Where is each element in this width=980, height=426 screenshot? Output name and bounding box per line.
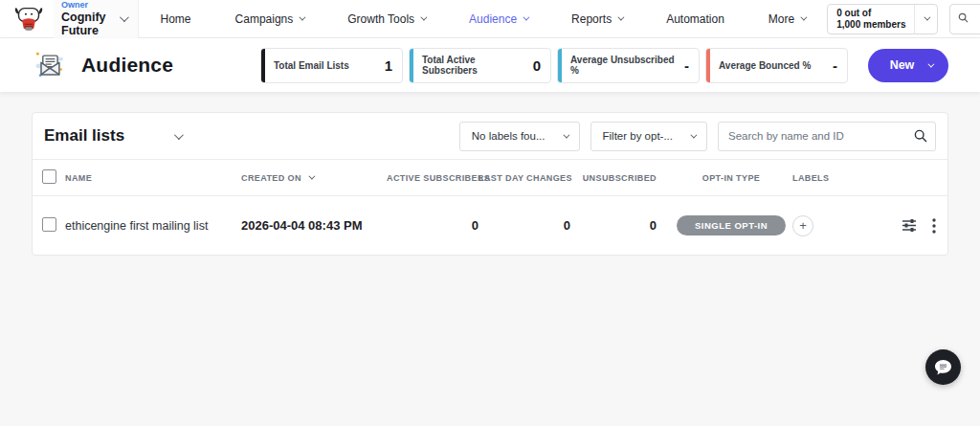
stat-average-unsubscribed: Average Unsubscribed % -: [557, 48, 700, 83]
stat-label: Average Bounced %: [710, 60, 833, 71]
page-header: Audience Total Email Lists 1 Total Activ…: [0, 38, 980, 92]
column-header-labels: LABELS: [792, 173, 852, 183]
nav-label: Automation: [666, 12, 724, 26]
row-actions: [852, 216, 938, 235]
row-settings-button[interactable]: [900, 216, 919, 235]
section-title: Email lists: [44, 126, 124, 146]
chevron-down-icon: [174, 130, 184, 140]
active-subscribers-cell: 0: [387, 218, 479, 233]
chevron-down-icon: [618, 14, 625, 21]
chevron-down-icon: [563, 131, 569, 138]
row-menu-button[interactable]: [930, 216, 938, 235]
nav-item-reports[interactable]: Reports: [549, 0, 644, 38]
account-switcher[interactable]: Owner Cognify Future: [54, 0, 139, 38]
nav-item-growth-tools[interactable]: Growth Tools: [325, 0, 447, 38]
stat-total-active-subscribers: Total Active Subscribers 0: [409, 48, 551, 83]
single-opt-in-badge: SINGLE OPT-IN: [677, 215, 786, 235]
labels-cell: +: [792, 215, 852, 236]
nav-label: Home: [161, 12, 191, 26]
optin-filter-value: Filter by opt-...: [603, 130, 674, 142]
chevron-down-icon: [300, 14, 306, 21]
nav-item-campaigns[interactable]: Campaigns: [213, 0, 326, 38]
stats-cards: Total Email Lists 1 Total Active Subscri…: [260, 48, 848, 83]
main-nav: Home Campaigns Growth Tools Audience Rep…: [139, 0, 828, 38]
column-header-active-subscribers: ACTIVE SUBSCRIBERS: [387, 173, 479, 183]
nav-item-automation[interactable]: Automation: [644, 0, 746, 38]
list-search-input[interactable]: [718, 122, 936, 151]
column-header-opt-in-type: OPT-IN TYPE: [670, 173, 792, 183]
audience-envelope-icon: [33, 50, 67, 80]
email-lists-toolbar: Email lists No labels fou... Filter by o…: [33, 113, 947, 159]
topbar-right-cluster: 0 out of 1,000 members All ?: [827, 4, 980, 34]
nav-item-home[interactable]: Home: [139, 0, 213, 38]
stat-label: Total Email Lists: [265, 60, 385, 71]
nav-label: More: [768, 12, 794, 26]
usage-line-2: 1,000 members: [836, 19, 905, 32]
new-button-label: New: [890, 58, 915, 72]
chevron-down-icon: [523, 14, 529, 21]
account-role-label: Owner: [61, 0, 106, 10]
sliders-icon: [902, 218, 917, 233]
opt-in-type-cell: SINGLE OPT-IN: [670, 215, 792, 235]
column-header-name: NAME: [65, 173, 241, 183]
chat-bubble-icon: [934, 359, 952, 376]
page-title-block: Audience: [33, 50, 260, 80]
stat-total-email-lists: Total Email Lists 1: [260, 48, 403, 83]
global-search-input[interactable]: [974, 13, 980, 25]
stat-value: 1: [385, 57, 402, 74]
table-row: ethicengine first mailing list 2026-04-0…: [33, 196, 947, 255]
email-lists-title-dropdown[interactable]: Email lists: [44, 126, 181, 146]
optin-filter-dropdown[interactable]: Filter by opt-...: [590, 122, 708, 151]
row-checkbox[interactable]: [42, 217, 56, 232]
last-day-changes-cell: 0: [479, 218, 570, 233]
nav-label: Growth Tools: [347, 12, 414, 26]
chevron-down-icon: [914, 5, 937, 34]
list-name-link[interactable]: ethicengine first mailing list: [65, 219, 241, 233]
column-header-last-day-changes: LAST DAY CHANGES: [479, 173, 570, 183]
column-header-created-on[interactable]: CREATED ON: [241, 173, 387, 183]
top-navbar: Owner Cognify Future Home Campaigns Grow…: [0, 0, 980, 38]
chevron-down-icon: [119, 12, 128, 22]
nav-item-audience[interactable]: Audience: [447, 0, 549, 38]
chevron-down-icon: [801, 14, 808, 21]
nav-label: Campaigns: [235, 12, 294, 26]
stat-value: 0: [533, 57, 550, 74]
stat-label: Total Active Subscribers: [413, 55, 533, 76]
chat-widget-button[interactable]: [925, 349, 961, 385]
chevron-down-icon: [690, 131, 697, 138]
page-title: Audience: [81, 54, 173, 77]
new-button[interactable]: New: [868, 49, 948, 82]
brand-cow-logo-icon[interactable]: [13, 6, 44, 33]
labels-filter-dropdown[interactable]: No labels fou...: [459, 122, 580, 151]
table-header-row: NAME CREATED ON ACTIVE SUBSCRIBERS LAST …: [33, 160, 947, 195]
column-header-unsubscribed: UNSUBSCRIBED: [570, 173, 657, 183]
chevron-down-icon: [928, 60, 935, 67]
labels-filter-value: No labels fou...: [472, 130, 546, 142]
global-search: All: [949, 4, 980, 34]
sort-chevron-icon: [308, 173, 315, 180]
select-all-checkbox[interactable]: [42, 169, 56, 184]
kebab-menu-icon: [932, 218, 936, 234]
stat-average-bounced: Average Bounced % -: [705, 48, 848, 83]
list-search: [718, 122, 936, 151]
created-on-cell: 2026-04-04 08:43 PM: [241, 218, 387, 233]
nav-item-more[interactable]: More: [746, 0, 827, 38]
unsubscribed-cell: 0: [570, 218, 657, 233]
account-name: Cognify Future: [61, 11, 106, 37]
usage-line-1: 0 out of: [836, 8, 905, 20]
nav-label: Audience: [469, 12, 517, 26]
add-label-button[interactable]: +: [792, 215, 813, 236]
search-icon: [914, 129, 927, 143]
nav-label: Reports: [571, 12, 612, 26]
search-icon: [958, 12, 969, 26]
plan-usage-dropdown[interactable]: 0 out of 1,000 members: [827, 4, 938, 34]
email-lists-panel: Email lists No labels fou... Filter by o…: [32, 112, 948, 256]
stat-value: -: [833, 57, 847, 74]
stat-label: Average Unsubscribed %: [562, 55, 684, 76]
toolbar-filters: No labels fou... Filter by opt-...: [459, 122, 936, 151]
chevron-down-icon: [420, 14, 427, 21]
stat-value: -: [684, 57, 699, 74]
column-header-label: CREATED ON: [241, 173, 301, 183]
plan-usage-text: 0 out of 1,000 members: [828, 5, 914, 34]
